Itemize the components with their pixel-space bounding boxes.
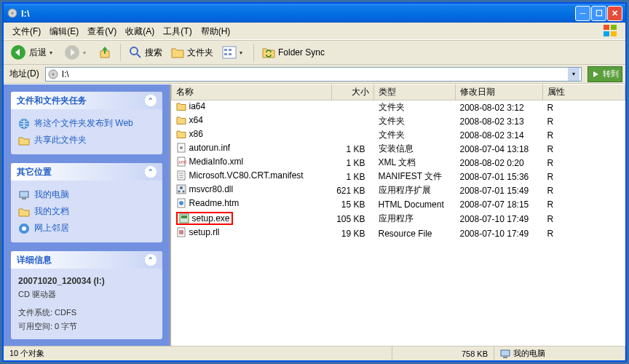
back-button[interactable]: 后退 ▾ [7, 43, 59, 62]
col-name[interactable]: 名称 [172, 84, 332, 100]
htm-icon [176, 198, 186, 208]
back-icon [10, 44, 26, 60]
forward-button[interactable]: ▾ [60, 43, 92, 62]
forward-dropdown-icon[interactable]: ▾ [83, 50, 89, 56]
forward-icon [64, 44, 80, 60]
table-row[interactable]: Readme.htm15 KBHTML Document2008-07-07 1… [172, 197, 625, 211]
back-dropdown-icon[interactable]: ▾ [50, 50, 55, 56]
col-type[interactable]: 类型 [374, 84, 456, 100]
menu-help[interactable]: 帮助(H) [197, 24, 235, 39]
svg-rect-39 [179, 230, 183, 234]
menu-edit[interactable]: 编辑(E) [45, 24, 83, 39]
place-network[interactable]: 网上邻居 [18, 220, 155, 237]
file-name: setup.rll [189, 227, 220, 237]
menu-file[interactable]: 文件(F) [8, 24, 45, 39]
menu-view[interactable]: 查看(V) [83, 24, 121, 39]
folder-icon [176, 115, 186, 125]
go-button[interactable]: 转到 [588, 66, 622, 82]
windows-logo-icon [596, 23, 625, 39]
file-list-view[interactable]: 名称 大小 类型 修改日期 属性 ia64文件夹2008-08-02 3:12R… [170, 84, 625, 346]
svg-point-8 [130, 47, 138, 55]
table-row[interactable]: autorun.inf1 KB安装信息2008-07-04 13:18R [172, 142, 625, 156]
details-header[interactable]: 详细信息 ⌃ [11, 251, 162, 269]
file-attr: R [543, 211, 625, 226]
menu-tools[interactable]: 工具(T) [159, 24, 196, 39]
file-type: 应用程序扩展 [374, 183, 456, 197]
collapse-icon[interactable]: ⌃ [145, 166, 157, 178]
file-size [332, 114, 374, 128]
svg-rect-14 [229, 53, 232, 55]
svg-point-32 [178, 191, 180, 193]
table-row[interactable]: x64文件夹2008-08-02 3:13R [172, 114, 625, 128]
place-my-computer[interactable]: 我的电脑 [18, 186, 155, 203]
place-label: 我的文档 [34, 205, 69, 218]
tasks-header[interactable]: 文件和文件夹任务 ⌃ [11, 92, 162, 109]
task-share-folder[interactable]: 共享此文件夹 [18, 132, 155, 149]
xml-icon: xml [176, 157, 186, 167]
collapse-icon[interactable]: ⌃ [145, 95, 157, 106]
place-label: 我的电脑 [34, 189, 69, 201]
table-row[interactable]: setup.rll19 KBResource File2008-07-10 17… [172, 226, 625, 240]
go-icon [591, 69, 601, 79]
table-row[interactable]: msvcr80.dll621 KB应用程序扩展2008-07-01 15:49R [172, 183, 625, 197]
place-my-documents[interactable]: 我的文档 [18, 203, 155, 220]
folder-sync-label: Folder Sync [278, 47, 325, 58]
details-name: 20071020_120034 (I:) [18, 276, 105, 286]
details-drive-type: CD 驱动器 [18, 288, 155, 301]
views-icon [222, 46, 237, 59]
minimize-button[interactable]: ─ [575, 6, 590, 21]
task-label: 共享此文件夹 [34, 134, 87, 146]
file-modified: 2008-08-02 3:12 [456, 100, 543, 115]
file-type: HTML Document [374, 197, 456, 211]
column-headers: 名称 大小 类型 修改日期 属性 [172, 84, 625, 100]
explorer-window: I:\ ─ ☐ ✕ 文件(F) 编辑(E) 查看(V) 收藏(A) 工具(T) … [2, 2, 627, 362]
up-button[interactable] [94, 43, 116, 62]
table-row[interactable]: xmlMediaInfo.xml1 KBXML 文档2008-08-02 0:2… [172, 156, 625, 170]
globe-icon [18, 118, 30, 130]
maximize-button[interactable]: ☐ [591, 6, 606, 21]
views-dropdown-icon[interactable]: ▾ [240, 50, 245, 56]
places-header[interactable]: 其它位置 ⌃ [11, 163, 162, 181]
svg-rect-5 [611, 31, 617, 36]
file-modified: 2008-08-02 0:20 [456, 156, 543, 170]
table-row[interactable]: ia64文件夹2008-08-02 3:12R [172, 100, 625, 115]
svg-rect-41 [503, 357, 507, 358]
file-name: ia64 [189, 101, 206, 111]
menu-favorites[interactable]: 收藏(A) [121, 24, 159, 39]
network-icon [18, 223, 30, 234]
file-type: 安装信息 [374, 142, 456, 156]
place-label: 网上邻居 [34, 222, 69, 234]
address-dropdown-button[interactable]: ▾ [568, 68, 579, 81]
file-size: 19 KB [332, 226, 374, 240]
file-name: Readme.htm [189, 198, 240, 208]
col-size[interactable]: 大小 [332, 84, 374, 100]
address-input[interactable]: I:\ ▾ [45, 67, 582, 82]
folder-sync-icon [262, 47, 275, 58]
close-button[interactable]: ✕ [607, 6, 622, 21]
folders-icon [171, 47, 184, 58]
table-row[interactable]: Microsoft.VC80.CRT.manifest1 KBMANIFEST … [172, 170, 625, 183]
svg-point-23 [180, 146, 183, 149]
views-button[interactable]: ▾ [218, 43, 249, 62]
col-attributes[interactable]: 属性 [543, 84, 625, 100]
table-row[interactable]: x86文件夹2008-08-02 3:14R [172, 128, 625, 142]
file-attr: R [543, 100, 625, 115]
folders-button[interactable]: 文件夹 [167, 43, 217, 62]
svg-rect-11 [224, 49, 227, 51]
details-freespace: 可用空间: 0 字节 [18, 320, 155, 333]
search-label: 搜索 [145, 47, 162, 59]
svg-rect-2 [604, 25, 609, 30]
search-button[interactable]: 搜索 [125, 43, 166, 62]
task-publish-web[interactable]: 将这个文件夹发布到 Web [18, 115, 155, 132]
file-name: x64 [189, 115, 203, 125]
file-modified: 2008-08-02 3:14 [456, 128, 543, 142]
addressbar: 地址(D) I:\ ▾ 转到 [4, 65, 625, 84]
documents-icon [18, 206, 30, 218]
places-title: 其它位置 [17, 166, 52, 178]
drive-icon [7, 7, 18, 19]
svg-rect-40 [501, 350, 510, 356]
col-modified[interactable]: 修改日期 [456, 84, 543, 100]
table-row[interactable]: setup.exe105 KB应用程序2008-07-10 17:49R [172, 211, 625, 226]
collapse-icon[interactable]: ⌃ [145, 254, 157, 266]
folder-sync-button[interactable]: Folder Sync [258, 43, 328, 62]
